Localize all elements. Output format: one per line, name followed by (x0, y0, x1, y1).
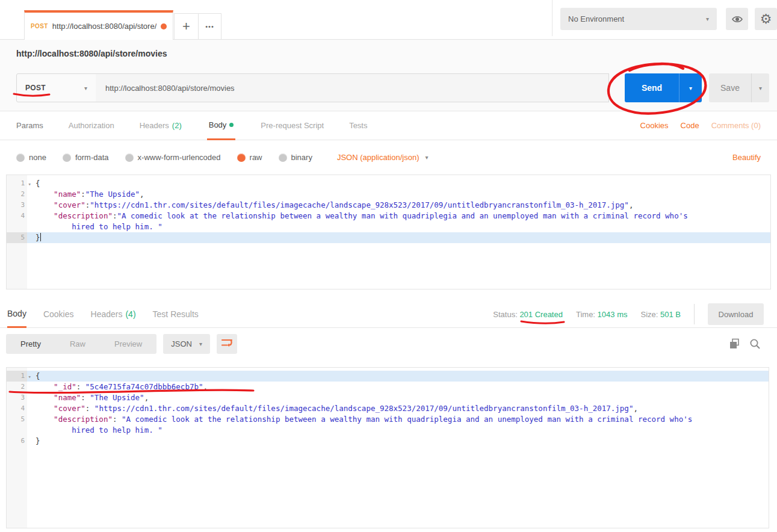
code-line: 2 "name":"The Upside", (7, 189, 770, 200)
line-number: 4 (7, 403, 27, 414)
send-button[interactable]: Send (625, 73, 679, 102)
environment-quicklook-button[interactable] (726, 8, 748, 30)
code-line: 1▾{ (7, 371, 769, 382)
save-button-group: Save ▾ (709, 73, 769, 102)
response-body-editor[interactable]: 1▾{2 "_id": "5c4e715fa74c07dbbb6ecb7b",3… (6, 367, 769, 528)
text-cursor (40, 233, 41, 241)
send-button-group: Send ▾ (625, 73, 702, 102)
response-view-switch: Pretty Raw Preview (6, 334, 156, 354)
body-filled-dot-icon (229, 123, 234, 127)
send-options-button[interactable]: ▾ (679, 73, 702, 102)
wrap-lines-icon (221, 338, 233, 350)
request-tab[interactable]: POST http://localhost:8080/api/store/ (24, 10, 173, 40)
fold-arrow-icon[interactable]: ▾ (28, 179, 31, 190)
url-input[interactable] (96, 73, 609, 102)
radio-urlencoded-label: x-www-form-urlencoded (138, 153, 221, 162)
settings-button[interactable]: ⚙ (755, 8, 777, 30)
content-type-label: JSON (application/json) (337, 153, 419, 162)
download-button[interactable]: Download (708, 303, 764, 325)
code-text: hired to help him. " (27, 425, 769, 436)
radio-none[interactable]: none (16, 153, 46, 162)
tab-params[interactable]: Params (16, 111, 43, 140)
code-line: 5 "description": "A comedic look at the … (7, 414, 769, 425)
code-text: "description": "A comedic look at the re… (27, 414, 769, 425)
radio-raw[interactable]: raw (237, 153, 262, 162)
radio-binary[interactable]: binary (279, 153, 312, 162)
radio-selected-icon (237, 153, 246, 162)
response-tab-cookies[interactable]: Cookies (43, 301, 74, 328)
environment-label: No Environment (568, 14, 624, 23)
request-tabs-right: Cookies Code Comments (0) (640, 121, 761, 130)
tab-method-label: POST (31, 23, 48, 29)
new-tab-button[interactable]: + (174, 13, 199, 40)
view-preview[interactable]: Preview (100, 334, 156, 354)
response-tab-test-results[interactable]: Test Results (153, 301, 199, 328)
radio-binary-label: binary (291, 153, 312, 162)
copy-response-button[interactable] (729, 338, 740, 350)
code-line: 2 "_id": "5c4e715fa74c07dbbb6ecb7b", (7, 382, 769, 392)
tab-headers-label: Headers (140, 121, 169, 130)
environment-selector[interactable]: No Environment ▾ (560, 8, 717, 30)
save-button[interactable]: Save (709, 73, 751, 102)
radio-none-label: none (29, 153, 46, 162)
save-options-button[interactable]: ▾ (751, 73, 769, 102)
tab-authorization[interactable]: Authorization (69, 111, 114, 140)
method-selector[interactable]: POST ▾ (16, 73, 96, 102)
request-tabs: Params Authorization Headers (2) Body Pr… (0, 111, 777, 140)
radio-urlencoded[interactable]: x-www-form-urlencoded (125, 153, 221, 162)
request-body-editor[interactable]: 1▾{2 "name":"The Upside",3 "cover":"http… (6, 175, 771, 289)
view-raw[interactable]: Raw (55, 334, 100, 354)
tab-tests[interactable]: Tests (349, 111, 367, 140)
tab-strip: POST http://localhost:8080/api/store/ + … (0, 0, 777, 40)
tab-options-button[interactable]: ••• (198, 13, 221, 40)
comments-link[interactable]: Comments (0) (711, 121, 761, 130)
fold-arrow-icon[interactable]: ▾ (28, 371, 31, 382)
unsaved-dot-icon (161, 23, 167, 29)
radio-form-data[interactable]: form-data (63, 153, 109, 162)
chevron-down-icon: ▾ (84, 85, 87, 91)
tab-body[interactable]: Body (207, 111, 236, 140)
search-response-button[interactable] (749, 338, 761, 350)
tab-url-label: http://localhost:8080/api/store/ (52, 22, 156, 31)
cookies-link[interactable]: Cookies (640, 121, 669, 130)
beautify-link[interactable]: Beautify (732, 153, 761, 162)
size-badge: Size: 501 B (640, 310, 681, 319)
code-text: "_id": "5c4e715fa74c07dbbb6ecb7b", (27, 382, 769, 392)
headers-count-badge: (2) (172, 121, 182, 130)
code-line: 4 "cover": "https://cdn1.thr.com/sites/d… (7, 403, 769, 414)
response-tab-headers[interactable]: Headers (4) (91, 301, 136, 328)
search-icon (749, 338, 761, 350)
code-link[interactable]: Code (681, 121, 699, 130)
meta-divider (694, 304, 695, 324)
content-type-selector[interactable]: JSON (application/json) ▾ (337, 153, 429, 162)
code-text: "name": "The Upside", (27, 392, 769, 403)
response-format-selector[interactable]: JSON ▾ (163, 334, 210, 354)
code-text: } (27, 232, 770, 243)
response-tab-body[interactable]: Body (7, 301, 26, 328)
tab-headers[interactable]: Headers (2) (140, 111, 182, 140)
line-number: 2 (7, 189, 27, 200)
line-number: 6 (7, 436, 27, 447)
response-header: Body Cookies Headers (4) Test Results St… (0, 301, 777, 328)
tab-pre-request-script[interactable]: Pre-request Script (261, 111, 324, 140)
status-value: 201 Created (519, 310, 563, 319)
code-text: { (27, 371, 769, 382)
code-text: { (27, 178, 770, 189)
view-pretty[interactable]: Pretty (6, 334, 55, 354)
copy-icon (729, 338, 740, 350)
line-number: 3 (7, 392, 27, 403)
code-text: "name":"The Upside", (27, 189, 770, 200)
chevron-down-icon: ▾ (706, 16, 709, 22)
response-meta: Status: 201 Created Time: 1043 ms Size: … (493, 303, 770, 325)
body-type-row: none form-data x-www-form-urlencoded raw… (0, 140, 777, 175)
response-headers-count-badge: (4) (125, 309, 135, 319)
line-number (7, 425, 27, 436)
code-line: 1▾{ (7, 178, 770, 189)
eye-icon (731, 13, 744, 25)
wrap-lines-button[interactable] (217, 334, 237, 354)
code-line: 3 "name": "The Upside", (7, 392, 769, 403)
line-number: 5 (7, 414, 27, 425)
radio-icon (63, 153, 71, 162)
tab-body-label: Body (209, 120, 227, 129)
status-badge: Status: 201 Created (493, 310, 563, 319)
